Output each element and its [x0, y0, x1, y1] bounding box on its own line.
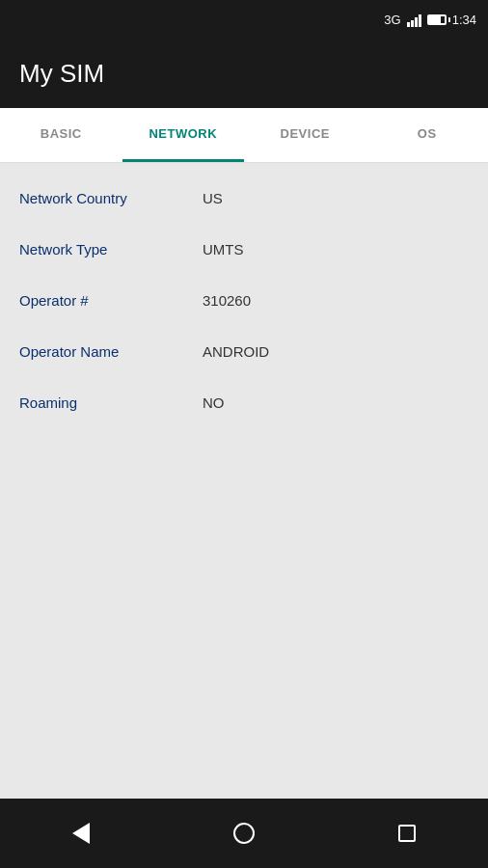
- back-button[interactable]: [52, 804, 110, 862]
- app-bar: My SIM: [0, 39, 488, 108]
- tabs-container: BASIC NETWORK DEVICE OS: [0, 108, 488, 163]
- time-label: 1:34: [452, 13, 476, 27]
- tab-os[interactable]: OS: [366, 108, 489, 162]
- tab-device-label: DEVICE: [281, 126, 330, 141]
- home-button[interactable]: [215, 804, 273, 862]
- operator-number-row: Operator # 310260: [0, 275, 488, 326]
- home-icon: [233, 823, 255, 844]
- tab-device[interactable]: DEVICE: [244, 108, 366, 162]
- content-area: Network Country US Network Type UMTS Ope…: [0, 163, 488, 799]
- network-type-row: Network Type UMTS: [0, 224, 488, 275]
- recents-icon: [398, 825, 416, 842]
- operator-number-value: 310260: [203, 292, 251, 309]
- status-bar: 3G 1:34: [0, 0, 488, 39]
- network-type-label: 3G: [384, 13, 400, 27]
- roaming-value: NO: [203, 394, 225, 411]
- tab-os-label: OS: [418, 126, 437, 141]
- roaming-row: Roaming NO: [0, 377, 488, 428]
- network-country-row: Network Country US: [0, 173, 488, 224]
- network-country-value: US: [203, 190, 223, 206]
- app-title: My SIM: [19, 59, 104, 89]
- recents-button[interactable]: [378, 804, 436, 862]
- battery-icon: [427, 14, 447, 25]
- signal-icon: [407, 14, 421, 27]
- roaming-label: Roaming: [19, 394, 203, 411]
- nav-bar: [0, 799, 488, 868]
- operator-name-row: Operator Name ANDROID: [0, 326, 488, 377]
- tab-basic-label: BASIC: [41, 126, 82, 141]
- tab-basic[interactable]: BASIC: [0, 108, 122, 162]
- back-icon: [72, 823, 90, 844]
- network-type-value: UMTS: [203, 241, 244, 258]
- tab-network-label: NETWORK: [149, 126, 217, 141]
- network-type-label: Network Type: [19, 241, 203, 258]
- operator-number-label: Operator #: [19, 292, 203, 309]
- operator-name-value: ANDROID: [203, 343, 269, 360]
- network-country-label: Network Country: [19, 190, 203, 206]
- tab-network[interactable]: NETWORK: [122, 108, 245, 162]
- operator-name-label: Operator Name: [19, 343, 203, 360]
